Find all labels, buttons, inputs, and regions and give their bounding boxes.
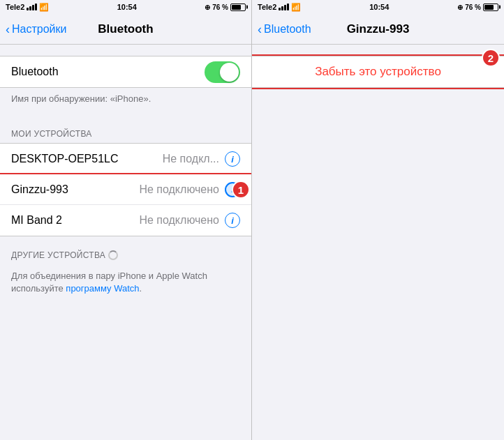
nav-bar-left: ‹ Настройки Bluetooth — [0, 14, 251, 45]
step-badge-2: 2 — [482, 49, 500, 67]
other-devices-header: ДРУГИЕ УСТРОЙСТВА — [0, 236, 251, 264]
back-label-right: Bluetooth — [264, 23, 311, 36]
time-label-right: 10:54 — [369, 3, 389, 11]
device-row-miband: MI Band 2 Не подключено i — [0, 205, 251, 236]
back-button-left[interactable]: ‹ Настройки — [6, 23, 66, 36]
wifi-icon-right: 📶 — [291, 3, 301, 12]
right-screen: Tele2 📶 10:54 ⊕ 76 % ‹ Bluetooth — [252, 0, 504, 440]
left-screen: Tele2 📶 10:54 ⊕ 76 % ‹ Настройки — [0, 0, 252, 440]
bluetooth-toggle-group: Bluetooth — [0, 56, 251, 88]
content-left: Bluetooth Имя при обнаружении: «iPhone».… — [0, 45, 251, 440]
info-button-desktop[interactable]: i — [225, 151, 240, 167]
back-button-right[interactable]: ‹ Bluetooth — [258, 23, 311, 36]
other-text-part2: . — [140, 283, 142, 294]
forget-button-wrapper: Забыть это устройство 2 — [252, 56, 504, 88]
toggle-knob — [220, 63, 239, 82]
device-status-ginzzu: Не подключено — [139, 183, 219, 196]
signal-icon-right — [279, 3, 289, 10]
discovery-text: Имя при обнаружении: «iPhone». — [0, 88, 251, 115]
device-status-miband: Не подключено — [139, 214, 219, 227]
chevron-left-icon-right: ‹ — [258, 23, 262, 36]
my-devices-group: DESKTOP-OEP51LC Не подкл... i Ginzzu-993… — [0, 143, 251, 236]
device-row-desktop-wrapper: DESKTOP-OEP51LC Не подкл... i — [0, 144, 251, 174]
battery-pct-right: 76 % — [465, 3, 481, 11]
other-devices-text: Для объединения в пару iPhone и Apple Wa… — [0, 264, 251, 306]
content-right: Забыть это устройство 2 — [252, 45, 504, 440]
bluetooth-label: Bluetooth — [11, 66, 205, 78]
carrier-label: Tele2 — [6, 3, 24, 11]
nav-title-left: Bluetooth — [98, 22, 153, 36]
bluetooth-toggle[interactable] — [205, 61, 240, 83]
battery-fill — [232, 5, 241, 10]
nav-title-right: Ginzzu-993 — [347, 22, 410, 36]
device-name-miband: MI Band 2 — [11, 214, 139, 227]
status-right-left: ⊕ 76 % — [205, 3, 246, 11]
battery-pct: 76 % — [212, 3, 228, 11]
carrier-label-right: Tele2 — [258, 3, 276, 11]
battery-fill-right — [484, 5, 494, 10]
device-row-miband-wrapper: MI Band 2 Не подключено i — [0, 205, 251, 236]
location-icon-right: ⊕ — [457, 3, 463, 11]
device-name-desktop: DESKTOP-OEP51LC — [11, 153, 163, 165]
scanning-spinner — [108, 250, 118, 260]
step-badge-1: 1 — [232, 181, 250, 199]
forget-device-button[interactable]: Забыть это устройство — [252, 56, 504, 88]
device-row-ginzzu-wrapper: Ginzzu-993 Не подключено i 1 — [0, 174, 251, 205]
battery-icon-right — [483, 3, 498, 11]
location-icon: ⊕ — [205, 3, 210, 11]
device-status-desktop: Не подкл... — [163, 153, 219, 165]
status-bar-left: Tele2 📶 10:54 ⊕ 76 % — [0, 0, 251, 14]
device-name-ginzzu: Ginzzu-993 — [11, 183, 139, 196]
bluetooth-row: Bluetooth — [0, 56, 251, 87]
watch-link[interactable]: программу Watch — [66, 283, 139, 294]
time-label-left: 10:54 — [117, 3, 137, 11]
status-left: Tele2 📶 — [6, 3, 49, 12]
wifi-icon: 📶 — [39, 3, 49, 12]
info-button-miband[interactable]: i — [225, 213, 240, 228]
status-right-right: ⊕ 76 % — [457, 3, 498, 11]
back-label-left: Настройки — [12, 23, 66, 36]
battery-icon — [230, 3, 246, 11]
status-left-right: Tele2 📶 — [258, 3, 301, 12]
status-bar-right: Tele2 📶 10:54 ⊕ 76 % — [252, 0, 504, 14]
device-row-ginzzu: Ginzzu-993 Не подключено i — [0, 174, 251, 205]
chevron-left-icon: ‹ — [6, 23, 10, 36]
device-row-desktop: DESKTOP-OEP51LC Не подкл... i — [0, 144, 251, 174]
nav-bar-right: ‹ Bluetooth Ginzzu-993 — [252, 14, 504, 45]
my-devices-header: МОИ УСТРОЙСТВА — [0, 115, 251, 143]
signal-icon — [27, 3, 37, 10]
